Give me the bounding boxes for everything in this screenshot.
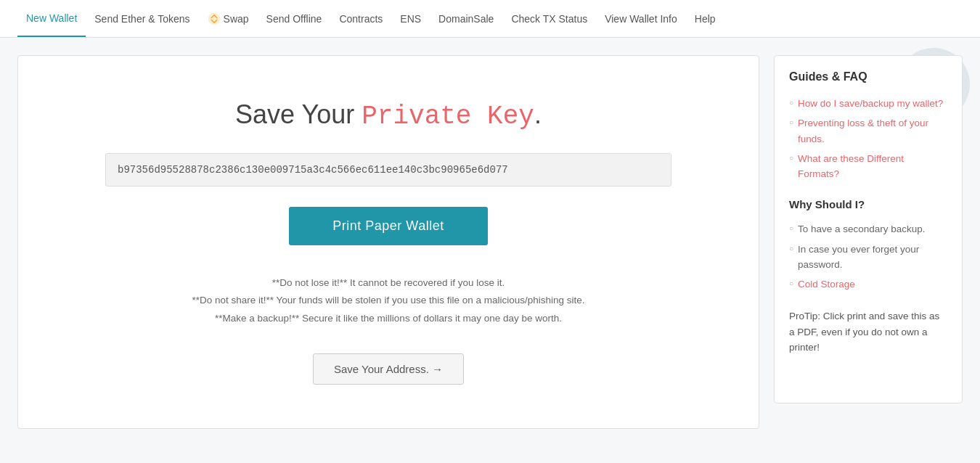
page-title: Save Your Private Key. (235, 99, 542, 131)
guide-links-list: How do I save/backup my wallet? Preventi… (789, 94, 947, 184)
main-card: Save Your Private Key. b97356d95528878c2… (17, 55, 759, 429)
nav-check-tx[interactable]: Check TX Status (502, 1, 596, 36)
guides-faq-title: Guides & FAQ (789, 70, 947, 83)
cold-storage-link[interactable]: Cold Storage (798, 279, 855, 290)
why-items-list: To have a secondary backup. In case you … (789, 219, 947, 294)
nav-swap[interactable]: Swap (199, 1, 258, 37)
sidebar: ? Guides & FAQ How do I save/backup my w… (774, 55, 963, 429)
warning-messages: **Do not lose it!** It cannot be recover… (192, 274, 584, 327)
private-key-display: b97356d95528878c2386c130e009715a3c4c566e… (105, 153, 671, 187)
nav-new-wallet[interactable]: New Wallet (17, 1, 86, 37)
guide-link-3-anchor[interactable]: What are these Different Formats? (798, 153, 904, 179)
nav-send-ether[interactable]: Send Ether & Tokens (86, 1, 198, 36)
swap-icon (208, 12, 221, 25)
guide-link-3: What are these Different Formats? (789, 149, 947, 184)
nav-view-wallet[interactable]: View Wallet Info (596, 1, 686, 36)
guide-link-2-anchor[interactable]: Preventing loss & theft of your funds. (798, 118, 928, 144)
main-nav: New Wallet Send Ether & Tokens Swap Send… (0, 0, 980, 38)
nav-help[interactable]: Help (686, 1, 724, 36)
warning-2: **Do not share it!** Your funds will be … (192, 292, 584, 309)
why-item-2: In case you ever forget your password. (789, 239, 947, 275)
why-should-i-title: Why Should I? (789, 198, 947, 210)
print-paper-wallet-button[interactable]: Print Paper Wallet (289, 207, 487, 245)
guide-link-1: How do I save/backup my wallet? (789, 94, 947, 113)
protip-text: ProTip: Click print and save this as a P… (789, 308, 947, 356)
nav-domainsale[interactable]: DomainSale (430, 1, 502, 36)
nav-send-offline[interactable]: Send Offline (258, 1, 331, 36)
nav-ens[interactable]: ENS (391, 1, 430, 36)
guide-link-2: Preventing loss & theft of your funds. (789, 113, 947, 149)
save-address-button[interactable]: Save Your Address. → (313, 353, 464, 385)
warning-3: **Make a backup!** Secure it like the mi… (192, 310, 584, 327)
sidebar-card: Guides & FAQ How do I save/backup my wal… (774, 55, 963, 403)
nav-contracts[interactable]: Contracts (330, 1, 391, 36)
guide-link-1-anchor[interactable]: How do I save/backup my wallet? (798, 98, 943, 109)
warning-1: **Do not lose it!** It cannot be recover… (192, 274, 584, 292)
why-item-3: Cold Storage (789, 274, 947, 294)
why-item-1: To have a secondary backup. (789, 219, 947, 239)
